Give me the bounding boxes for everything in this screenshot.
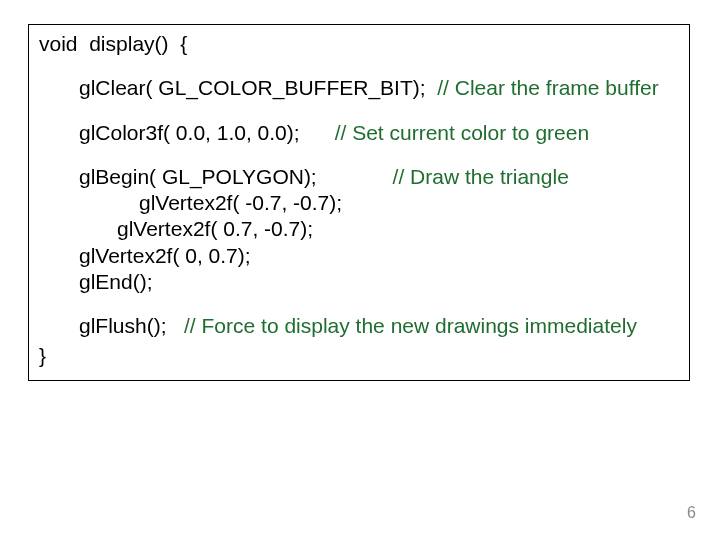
code-text: glClear( GL_COLOR_BUFFER_BIT); (79, 76, 437, 99)
code-comment: // Clear the frame buffer (437, 76, 658, 99)
code-text: glVertex2f( 0, 0.7); (79, 244, 251, 267)
code-line-close: } (39, 343, 679, 369)
blank-gap (39, 57, 679, 75)
code-comment: // Force to display the new drawings imm… (184, 314, 637, 337)
code-text: glVertex2f( 0.7, -0.7); (117, 217, 313, 240)
code-text: void display() { (39, 32, 187, 55)
code-line-vertex1: glVertex2f( -0.7, -0.7); (39, 190, 679, 216)
code-text: } (39, 344, 46, 367)
code-text: glEnd(); (79, 270, 153, 293)
code-comment: // Set current color to green (335, 121, 589, 144)
code-line-vertex2: glVertex2f( 0.7, -0.7); (39, 216, 679, 242)
code-comment: // Draw the triangle (393, 165, 569, 188)
blank-gap (39, 102, 679, 120)
code-line-clear: glClear( GL_COLOR_BUFFER_BIT); // Clear … (39, 75, 679, 101)
code-text: glVertex2f( -0.7, -0.7); (139, 191, 342, 214)
blank-gap (39, 295, 679, 313)
code-line-begin: glBegin( GL_POLYGON); // Draw the triang… (39, 164, 679, 190)
code-line-decl: void display() { (39, 31, 679, 57)
code-text: glBegin( GL_POLYGON); (79, 165, 393, 188)
code-line-color: glColor3f( 0.0, 1.0, 0.0); // Set curren… (39, 120, 679, 146)
code-line-end: glEnd(); (39, 269, 679, 295)
blank-gap (39, 146, 679, 164)
page-number: 6 (687, 504, 696, 522)
code-text: glFlush(); (79, 314, 184, 337)
code-box: void display() { glClear( GL_COLOR_BUFFE… (28, 24, 690, 381)
code-line-flush: glFlush(); // Force to display the new d… (39, 313, 679, 339)
code-line-vertex3: glVertex2f( 0, 0.7); (39, 243, 679, 269)
code-text: glColor3f( 0.0, 1.0, 0.0); (79, 121, 335, 144)
slide: void display() { glClear( GL_COLOR_BUFFE… (0, 0, 720, 540)
